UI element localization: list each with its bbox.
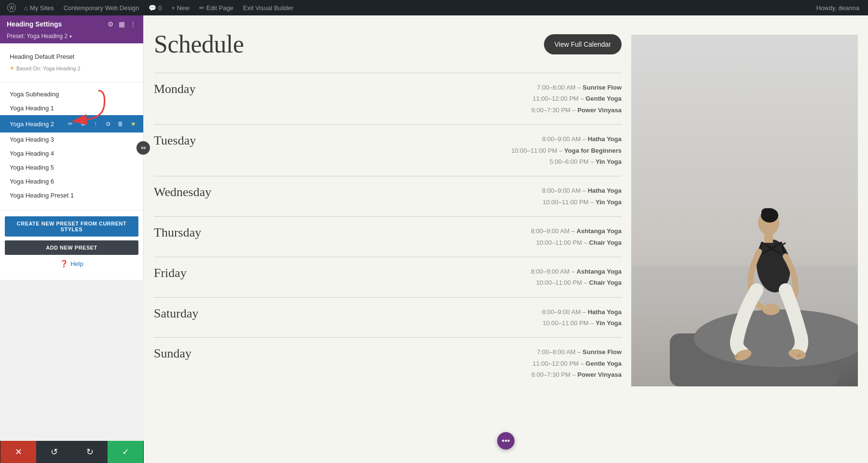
day-name: Wednesday [154, 185, 231, 199]
page-area: Schedule View Full Calendar Monday 7:00–… [144, 15, 868, 463]
star-icon: ★ [10, 65, 14, 71]
svg-point-11 [761, 208, 771, 216]
comment-icon: 💬 [149, 4, 156, 12]
svg-point-18 [734, 355, 739, 358]
exit-visual-builder-link[interactable]: Exit Visual Builder [238, 0, 298, 15]
home-icon: ⌂ [24, 4, 28, 12]
day-classes: 7:00–8:00 AM – Sunrise Flow 11:00–12:00 … [531, 82, 622, 116]
day-classes: 8:00–9:00 AM – Hatha Yoga 10:00–11:00 PM… [542, 185, 622, 208]
settings-preset-icon[interactable]: ⚙ [78, 119, 88, 129]
based-on-label: ★ Based On: Yoga Heading 2 [5, 64, 138, 74]
class-item: 11:00–12:00 PM – Gentle Yoga [531, 93, 622, 104]
site-name-link[interactable]: Contemporary Web Design [59, 0, 144, 15]
class-item: 7:00–8:00 AM – Sunrise Flow [531, 82, 622, 93]
edit-preset-icon[interactable]: ✏ [65, 119, 76, 129]
schedule-day-sunday: Sunday 7:00–8:00 AM – Sunrise Flow 11:00… [154, 337, 622, 389]
view-calendar-button[interactable]: View Full Calendar [544, 34, 622, 54]
duplicate-preset-icon[interactable]: ⧉ [103, 119, 113, 129]
schedule-day-monday: Monday 7:00–8:00 AM – Sunrise Flow 11:00… [154, 73, 622, 124]
delete-preset-icon[interactable]: 🗑 [115, 119, 126, 129]
help-link[interactable]: ❓ Help [5, 255, 138, 272]
floating-dots-button[interactable]: ••• [497, 432, 515, 450]
preset-section: Heading Default Preset ★ Based On: Yoga … [0, 49, 143, 79]
day-name: Friday [154, 266, 231, 280]
star-preset-icon[interactable]: ★ [128, 119, 138, 129]
day-name: Thursday [154, 225, 231, 240]
schedule-header: Schedule View Full Calendar [154, 30, 622, 58]
class-item: 11:00–12:00 PM – Gentle Yoga [531, 358, 622, 369]
undo-button[interactable]: ↺ [36, 441, 72, 463]
panel-resize-handle[interactable]: ⇔ [136, 141, 150, 155]
svg-text:W: W [10, 5, 14, 11]
schedule-day-friday: Friday 8:00–9:00 AM – Ashtanga Yoga 10:0… [154, 257, 622, 297]
preset-item[interactable]: Yoga Heading 1 [0, 101, 143, 115]
day-name: Sunday [154, 346, 231, 361]
save-button[interactable]: ✓ [108, 441, 143, 463]
day-classes: 7:00–8:00 AM – Sunrise Flow 11:00–12:00 … [531, 346, 622, 380]
preset-item-label: Yoga Heading 3 [10, 136, 54, 143]
pencil-icon: ✏ [199, 4, 204, 12]
settings-icon[interactable]: ⚙ [108, 20, 114, 28]
panel-header-actions: ⚙ ▦ ⋮ [108, 20, 136, 28]
preset-label: Preset: Yoga Heading 2 [7, 33, 68, 40]
class-item: 8:00–9:00 AM – Ashtanga Yoga [531, 225, 622, 237]
preset-item[interactable]: Yoga Heading 4 [0, 146, 143, 160]
preset-item[interactable]: Yoga Subheading [0, 87, 143, 101]
preset-item[interactable]: Yoga Heading 3 [0, 132, 143, 146]
chevron-down-icon: ▾ [69, 34, 72, 39]
schedule-day-saturday: Saturday 8:00–9:00 AM – Hatha Yoga 10:00… [154, 297, 622, 338]
preset-item-label: Yoga Heading 1 [10, 105, 54, 112]
preset-item[interactable]: Yoga Heading 6 [0, 174, 143, 188]
my-sites-menu[interactable]: ⌂ My Sites [19, 0, 59, 15]
panel-footer: CREATE NEW PRESET FROM CURRENT STYLES AD… [0, 210, 143, 280]
howdy-user: Howdy, deanna [812, 4, 864, 12]
more-icon[interactable]: ⋮ [130, 20, 136, 28]
class-item: 10:00–11:00 PM – Chair Yoga [531, 277, 622, 288]
class-item: 8:00–9:00 AM – Hatha Yoga [542, 306, 622, 317]
redo-button[interactable]: ↻ [72, 441, 108, 463]
new-content-menu[interactable]: + New [167, 0, 194, 15]
class-item: 7:00–8:00 AM – Sunrise Flow [531, 346, 622, 357]
create-preset-button[interactable]: CREATE NEW PRESET FROM CURRENT STYLES [5, 216, 138, 237]
class-item: 8:00–9:00 AM – Hatha Yoga [542, 185, 622, 196]
schedule-day-tuesday: Tuesday 8:00–9:00 AM – Hatha Yoga 10:00–… [154, 124, 622, 176]
class-item: 10:00–11:00 PM – Yoga for Beginners [511, 145, 622, 156]
schedule-day-thursday: Thursday 8:00–9:00 AM – Ashtanga Yoga 10… [154, 216, 622, 257]
question-icon: ❓ [60, 260, 68, 267]
upload-preset-icon[interactable]: ↑ [90, 119, 101, 129]
class-item: 10:00–11:00 PM – Yin Yoga [542, 197, 622, 208]
edit-page-link[interactable]: ✏ Edit Page [194, 0, 238, 15]
schedule-section: Schedule View Full Calendar Monday 7:00–… [154, 30, 622, 399]
divider [0, 82, 143, 82]
preset-item[interactable]: Yoga Heading Preset 1 [0, 188, 143, 202]
wp-logo-icon[interactable]: W [4, 0, 19, 15]
yoga-image-panel [631, 35, 858, 386]
preset-subtitle[interactable]: Preset: Yoga Heading 2 ▾ [0, 33, 143, 43]
preset-item-active[interactable]: Yoga Heading 2 ✏ ⚙ ↑ ⧉ 🗑 ★ [0, 115, 143, 132]
class-item: 6:00–7:30 PM – Power Vinyasa [531, 369, 622, 380]
comments-link[interactable]: 💬 0 [144, 0, 166, 15]
preset-item-label: Yoga Subheading [10, 91, 59, 98]
day-name: Saturday [154, 306, 231, 321]
default-preset-label[interactable]: Heading Default Preset [5, 49, 138, 64]
schedule-title: Schedule [154, 30, 244, 58]
add-preset-button[interactable]: ADD NEW PRESET [5, 240, 138, 255]
class-item: 10:00–11:00 PM – Chair Yoga [531, 237, 622, 248]
class-item: 8:00–9:00 AM – Hatha Yoga [511, 133, 622, 145]
preset-item-label: Yoga Heading 4 [10, 150, 54, 157]
preset-item-label: Yoga Heading 2 [10, 120, 54, 128]
panel-content: Heading Default Preset ★ Based On: Yoga … [0, 43, 143, 210]
panel-header: Heading Settings ⚙ ▦ ⋮ [0, 15, 143, 33]
day-classes: 8:00–9:00 AM – Hatha Yoga 10:00–11:00 PM… [511, 133, 622, 167]
schedule-day-wednesday: Wednesday 8:00–9:00 AM – Hatha Yoga 10:0… [154, 176, 622, 216]
day-classes: 8:00–9:00 AM – Hatha Yoga 10:00–11:00 PM… [542, 306, 622, 329]
close-button[interactable]: ✕ [0, 441, 36, 463]
day-classes: 8:00–9:00 AM – Ashtanga Yoga 10:00–11:00… [531, 225, 622, 248]
yoga-image [631, 35, 858, 386]
day-name: Monday [154, 82, 231, 96]
admin-bar: W ⌂ My Sites Contemporary Web Design 💬 0… [0, 0, 868, 15]
preset-item[interactable]: Yoga Heading 5 [0, 160, 143, 174]
day-classes: 8:00–9:00 AM – Ashtanga Yoga 10:00–11:00… [531, 266, 622, 289]
day-name: Tuesday [154, 133, 231, 148]
columns-icon[interactable]: ▦ [119, 20, 125, 28]
